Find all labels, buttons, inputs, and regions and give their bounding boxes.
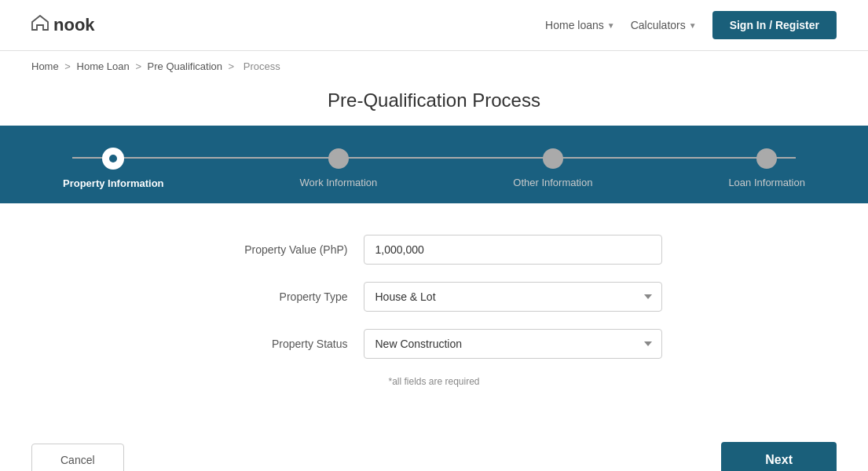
home-loans-nav[interactable]: Home loans ▼ [545, 19, 615, 31]
property-type-row: Property Type House & Lot Condominium To… [112, 282, 756, 312]
page-title: Pre-Qualification Process [0, 82, 868, 126]
breadcrumb-home[interactable]: Home [31, 60, 59, 72]
home-icon [31, 15, 49, 35]
logo: nook [31, 15, 95, 35]
progress-step-other: Other Information [513, 148, 592, 188]
progress-section: Property Information Work Information Ot… [0, 126, 868, 203]
home-loans-chevron-icon: ▼ [607, 21, 615, 30]
cancel-button[interactable]: Cancel [31, 444, 124, 471]
breadcrumb-pre-qualification[interactable]: Pre Qualification [148, 60, 222, 72]
step-circle-2 [328, 148, 349, 169]
breadcrumb-sep-3: > [229, 60, 237, 72]
breadcrumb: Home > Home Loan > Pre Qualification > P… [0, 51, 868, 82]
property-value-input[interactable] [364, 235, 662, 265]
footer-buttons: Cancel Next [0, 418, 868, 471]
form-section: Property Value (PhP) Property Type House… [81, 203, 788, 411]
progress-track: Property Information Work Information Ot… [63, 148, 805, 189]
breadcrumb-home-loan[interactable]: Home Loan [77, 60, 130, 72]
calculators-label: Calculators [631, 19, 686, 31]
property-status-select[interactable]: New Construction Pre-Selling Ready for O… [364, 329, 662, 359]
progress-step-work: Work Information [300, 148, 378, 188]
progress-line [72, 157, 796, 159]
calculators-chevron-icon: ▼ [689, 21, 697, 30]
property-status-row: Property Status New Construction Pre-Sel… [112, 329, 756, 359]
breadcrumb-sep-1: > [64, 60, 73, 72]
required-note: *all fields are required [112, 376, 756, 387]
logo-text: nook [53, 15, 95, 35]
step-circle-3 [543, 148, 563, 169]
sign-in-button[interactable]: Sign In / Register [712, 11, 837, 39]
step-inner-circle-1 [109, 155, 117, 162]
step-label-4: Loan Information [728, 177, 805, 188]
property-type-select[interactable]: House & Lot Condominium Townhouse Vacant… [364, 282, 662, 312]
progress-step-loan: Loan Information [728, 148, 805, 188]
step-label-2: Work Information [300, 177, 378, 188]
property-value-label: Property Value (PhP) [207, 243, 364, 256]
step-label-3: Other Information [513, 177, 592, 188]
property-type-label: Property Type [207, 290, 364, 303]
step-circle-1 [102, 148, 124, 170]
breadcrumb-sep-2: > [135, 60, 144, 72]
main-nav: Home loans ▼ Calculators ▼ Sign In / Reg… [545, 11, 837, 39]
step-label-1: Property Information [63, 177, 164, 189]
calculators-nav[interactable]: Calculators ▼ [631, 19, 697, 31]
property-status-label: Property Status [207, 338, 364, 350]
header: nook Home loans ▼ Calculators ▼ Sign In … [0, 0, 868, 51]
progress-step-property: Property Information [63, 148, 164, 189]
property-value-row: Property Value (PhP) [112, 235, 756, 265]
step-circle-4 [756, 148, 777, 169]
breadcrumb-process: Process [244, 60, 280, 72]
home-loans-label: Home loans [545, 19, 604, 31]
next-button[interactable]: Next [721, 442, 837, 471]
